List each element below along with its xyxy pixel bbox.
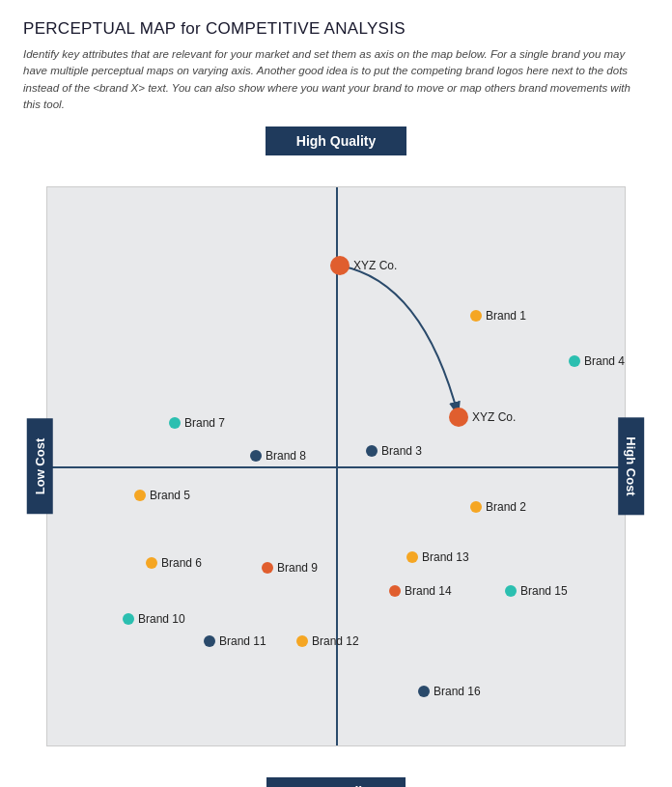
brand-label-brand10: Brand 10 (138, 612, 185, 626)
brand-label-xyz2: XYZ Co. (472, 410, 516, 424)
brand-label-brand8: Brand 8 (266, 449, 306, 463)
brand-dot-brand10 (123, 613, 134, 625)
axis-label-left: Low Cost (27, 419, 53, 515)
brand-dot-brand15 (505, 585, 517, 597)
brand-dot-brand13 (406, 551, 418, 563)
brand-dot-brand14 (389, 585, 401, 597)
brand-label-brand2: Brand 2 (486, 500, 526, 514)
brand-label-brand9: Brand 9 (277, 561, 318, 575)
brand-label-brand13: Brand 13 (422, 550, 469, 564)
brand-label-brand3: Brand 3 (381, 444, 422, 458)
brand-dot-xyz1 (330, 256, 350, 275)
brand-dot-brand9 (262, 562, 273, 574)
brand-label-brand16: Brand 16 (434, 685, 481, 698)
brand-dot-brand8 (250, 450, 262, 462)
brand-label-brand11: Brand 11 (219, 634, 266, 648)
brand-dot-brand16 (418, 686, 430, 697)
brand-dot-brand12 (296, 635, 308, 647)
brand-label-brand6: Brand 6 (161, 556, 202, 570)
axis-label-bottom: Low Quality (266, 777, 405, 787)
brand-label-brand15: Brand 15 (520, 584, 568, 598)
brand-dot-brand7 (169, 417, 181, 429)
page-container: PERCEPTUAL MAP for COMPETITIVE ANALYSIS … (0, 0, 672, 787)
brand-dot-brand5 (134, 490, 146, 501)
brand-dot-brand3 (366, 445, 378, 457)
brand-dot-xyz2 (449, 408, 468, 427)
chart-area: XYZ Co.Brand 1Brand 4XYZ Co.Brand 3Brand… (46, 186, 626, 746)
brand-dot-brand6 (146, 557, 157, 569)
brand-label-brand1: Brand 1 (486, 309, 526, 323)
brand-dot-brand4 (569, 355, 580, 367)
brand-label-brand4: Brand 4 (584, 354, 625, 368)
brand-label-brand5: Brand 5 (150, 489, 190, 502)
axis-label-right: High Cost (618, 417, 644, 515)
brand-label-brand12: Brand 12 (312, 634, 359, 648)
brand-label-brand7: Brand 7 (184, 416, 225, 430)
axis-label-top: High Quality (266, 126, 406, 155)
map-wrapper: Low Cost High Cost High Quality (23, 126, 649, 787)
page-title: PERCEPTUAL MAP for COMPETITIVE ANALYSIS (23, 19, 649, 39)
brand-label-xyz1: XYZ Co. (353, 259, 397, 272)
description-text: Identify key attributes that are relevan… (23, 46, 649, 113)
brand-label-brand14: Brand 14 (405, 584, 452, 598)
brand-dot-brand1 (470, 310, 482, 322)
brand-dot-brand11 (204, 635, 215, 647)
brand-dot-brand2 (470, 501, 482, 513)
